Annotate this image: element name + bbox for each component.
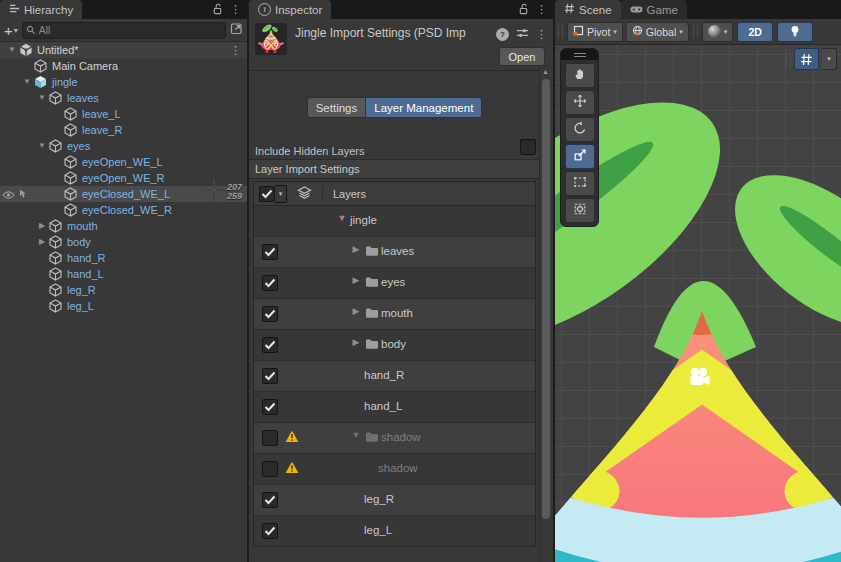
tab-game[interactable]: Game	[621, 0, 687, 19]
layer-checkbox[interactable]	[262, 523, 278, 539]
tab-inspector[interactable]: i Inspector	[249, 0, 331, 19]
lock-icon[interactable]	[518, 1, 529, 19]
asset-kebab-icon[interactable]: ⋮	[536, 29, 547, 40]
include-hidden-layers-checkbox[interactable]	[520, 139, 536, 155]
inspector-scrollbar[interactable]: ▲	[539, 66, 553, 562]
shading-mode-dropdown[interactable]: ▾	[702, 22, 734, 42]
layer-checkbox[interactable]	[262, 275, 278, 291]
jingle-character[interactable]	[562, 101, 841, 401]
layer-row-shadow[interactable]: shadow	[254, 454, 535, 485]
camera-gizmo-icon[interactable]	[687, 367, 713, 387]
select-all-dropdown-icon[interactable]: ▾	[275, 185, 287, 203]
collapse-arrow-icon[interactable]: ▼	[36, 90, 48, 106]
layer-checkbox[interactable]	[262, 492, 278, 508]
unity-scene-icon	[19, 43, 33, 57]
global-mode-dropdown[interactable]: Global ▾	[627, 22, 689, 42]
hierarchy-item-eyes[interactable]: ▼eyes	[0, 138, 247, 154]
collapse-arrow-icon[interactable]: ▼	[336, 213, 348, 223]
hierarchy-search-input[interactable]: All	[22, 22, 226, 39]
pivot-mode-dropdown[interactable]: Pivot ▾	[567, 22, 623, 42]
toolbar-drag-handle[interactable]	[558, 25, 563, 38]
tab-scene[interactable]: Scene	[555, 0, 621, 19]
info-icon: i	[258, 3, 271, 16]
scene-viewport[interactable]: ▾	[555, 45, 841, 562]
overlay-drag-handle[interactable]	[786, 53, 791, 66]
layer-checkbox[interactable]	[262, 337, 278, 353]
layer-checkbox[interactable]	[262, 461, 278, 477]
scroll-up-arrow-icon[interactable]: ▲	[542, 68, 549, 75]
layer-row-leg_R[interactable]: leg_R	[254, 485, 535, 516]
scene-lighting-toggle[interactable]	[777, 22, 813, 42]
hierarchy-item-eyeOpen_WE_R[interactable]: eyeOpen_WE_R	[0, 170, 247, 186]
inspector-menu-kebab-icon[interactable]: ⋮	[536, 4, 547, 15]
layer-checkbox[interactable]	[262, 399, 278, 415]
layer-row-jingle[interactable]: ▼jingle	[254, 206, 535, 237]
hierarchy-item-eyeClosed_WE_L[interactable]: eyeClosed_WE_L	[0, 186, 247, 202]
help-icon[interactable]: ?	[496, 28, 509, 41]
view-tool-button[interactable]	[565, 63, 595, 88]
rotate-tool-button[interactable]	[565, 117, 595, 142]
expand-arrow-icon[interactable]: ▶	[350, 244, 362, 254]
layer-row-hand_L[interactable]: hand_L	[254, 392, 535, 423]
hierarchy-menu-kebab-icon[interactable]: ⋮	[230, 4, 241, 15]
toolbar-drag-handle[interactable]	[693, 25, 698, 38]
layer-row-leg_L[interactable]: leg_L	[254, 516, 535, 546]
layer-row-leaves[interactable]: ▶leaves	[254, 237, 535, 268]
hierarchy-item-leg_R[interactable]: leg_R	[0, 282, 247, 298]
hierarchy-item-Untitled*[interactable]: ▼Untitled*⋮	[0, 42, 247, 58]
transform-tool-button[interactable]	[565, 198, 595, 223]
collapse-arrow-icon[interactable]: ▼	[21, 74, 33, 90]
warning-icon	[285, 430, 299, 445]
tab-settings[interactable]: Settings	[307, 97, 366, 118]
hierarchy-item-jingle[interactable]: ▼jingle	[0, 74, 247, 90]
hierarchy-item-body[interactable]: ▶body	[0, 234, 247, 250]
add-object-button[interactable]: + ▾	[4, 22, 18, 39]
tab-hierarchy[interactable]: Hierarchy	[0, 0, 82, 19]
grid-options-dropdown-icon[interactable]: ▾	[822, 48, 837, 70]
layer-row-body[interactable]: ▶body	[254, 330, 535, 361]
layer-row-shadow[interactable]: ▼shadow	[254, 423, 535, 454]
collapse-arrow-icon[interactable]: ▼	[36, 138, 48, 154]
hierarchy-item-leave_L[interactable]: leave_L	[0, 106, 247, 122]
hierarchy-item-Main Camera[interactable]: Main Camera	[0, 58, 247, 74]
layer-row-mouth[interactable]: ▶mouth	[254, 299, 535, 330]
hierarchy-item-hand_R[interactable]: hand_R	[0, 250, 247, 266]
layer-row-hand_R[interactable]: hand_R	[254, 361, 535, 392]
pickability-hand-icon[interactable]	[17, 188, 30, 200]
expand-arrow-icon[interactable]: ▶	[350, 337, 362, 347]
expand-arrow-icon[interactable]: ▶	[350, 306, 362, 316]
overlay-drag-handle-icon[interactable]	[561, 49, 598, 60]
hierarchy-item-eyeClosed_WE_R[interactable]: eyeClosed_WE_R	[0, 202, 247, 218]
visibility-eye-icon[interactable]	[2, 188, 15, 200]
hierarchy-item-label: leg_R	[67, 282, 96, 298]
hierarchy-item-eyeOpen_WE_L[interactable]: eyeOpen_WE_L	[0, 154, 247, 170]
presets-icon[interactable]	[516, 25, 529, 43]
layer-checkbox[interactable]	[262, 306, 278, 322]
scrollbar-thumb[interactable]	[542, 79, 550, 519]
open-button[interactable]: Open	[499, 47, 545, 66]
grid-visibility-button[interactable]	[794, 48, 819, 70]
layer-row-eyes[interactable]: ▶eyes	[254, 268, 535, 299]
hierarchy-item-leaves[interactable]: ▼leaves	[0, 90, 247, 106]
select-all-checkbox[interactable]	[259, 186, 275, 202]
hierarchy-item-leave_R[interactable]: leave_R	[0, 122, 247, 138]
open-search-window-icon[interactable]	[230, 21, 243, 39]
layer-checkbox[interactable]	[262, 368, 278, 384]
tab-layer-management[interactable]: Layer Management	[365, 97, 482, 118]
hierarchy-item-leg_L[interactable]: leg_L	[0, 298, 247, 314]
scene-options-kebab-icon[interactable]: ⋮	[230, 42, 241, 58]
collapse-arrow-icon[interactable]: ▼	[350, 430, 362, 440]
rect-tool-button[interactable]	[565, 171, 595, 196]
expand-arrow-icon[interactable]: ▶	[350, 275, 362, 285]
layer-checkbox[interactable]	[262, 430, 278, 446]
layer-checkbox[interactable]	[262, 244, 278, 260]
scale-tool-button[interactable]	[565, 144, 595, 169]
expand-arrow-icon[interactable]: ▶	[36, 234, 48, 250]
collapse-arrow-icon[interactable]: ▼	[6, 42, 18, 58]
move-tool-button[interactable]	[565, 90, 595, 115]
hierarchy-item-hand_L[interactable]: hand_L	[0, 266, 247, 282]
expand-arrow-icon[interactable]: ▶	[36, 218, 48, 234]
hierarchy-item-mouth[interactable]: ▶mouth	[0, 218, 247, 234]
lock-icon[interactable]	[212, 1, 223, 19]
2d-mode-toggle[interactable]: 2D	[737, 22, 773, 42]
